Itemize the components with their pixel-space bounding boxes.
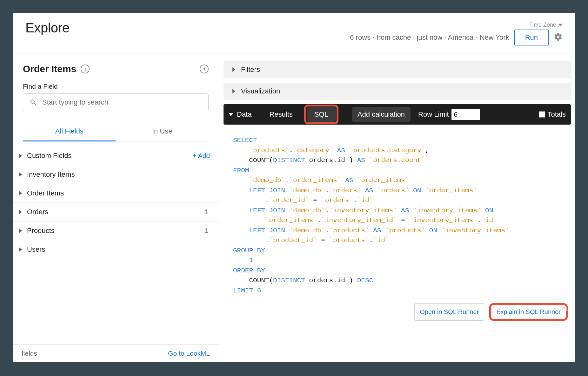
group-inventory-items[interactable]: Inventory Items xyxy=(13,165,219,184)
timezone-label: Time Zone xyxy=(529,22,556,28)
page-title: Explore xyxy=(25,20,70,36)
sidebar: Order Items i Find a Field All Fields In… xyxy=(13,53,219,362)
ml-watermark: ML xyxy=(562,305,569,313)
timezone-selector[interactable]: Time Zone xyxy=(529,22,563,28)
totals-label: Totals xyxy=(548,110,566,119)
query-status: 6 rows · from cache · just now · America… xyxy=(350,33,509,42)
group-users[interactable]: Users xyxy=(13,240,219,259)
chevron-right-icon xyxy=(19,229,22,233)
tab-in-use[interactable]: In Use xyxy=(116,121,209,141)
explore-header: Order Items i xyxy=(23,64,209,74)
sidebar-top: Order Items i Find a Field All Fields In… xyxy=(13,53,219,147)
chevron-right-icon xyxy=(19,154,22,158)
group-label: Users xyxy=(27,245,210,254)
group-label: Custom Fields xyxy=(27,152,188,160)
main: Order Items i Find a Field All Fields In… xyxy=(13,53,575,362)
header-right: Time Zone 6 rows · from cache · just now… xyxy=(350,20,563,45)
totals-toggle[interactable]: Totals xyxy=(539,110,566,119)
info-icon[interactable]: i xyxy=(81,65,90,73)
row-limit: Row Limit xyxy=(418,109,480,120)
results-tab[interactable]: Results xyxy=(262,107,300,122)
chevron-right-icon xyxy=(232,67,235,72)
sql-code[interactable]: SELECT `products`.`category` AS `product… xyxy=(233,135,568,296)
explain-sql-runner-button[interactable]: Explain in SQL Runner xyxy=(489,303,568,321)
field-group-list: Custom Fields + Add Inventory Items Orde… xyxy=(13,147,219,344)
gear-icon[interactable] xyxy=(554,32,563,43)
group-products[interactable]: Products 1 xyxy=(13,222,219,240)
sql-tab[interactable]: SQL xyxy=(307,107,336,122)
visualization-label: Visualization xyxy=(241,87,280,95)
open-sql-runner-button[interactable]: Open in SQL Runner xyxy=(414,303,484,321)
group-order-items[interactable]: Order Items xyxy=(13,184,219,203)
header-actions: 6 rows · from cache · just now · America… xyxy=(350,30,563,45)
chevron-down-icon[interactable] xyxy=(229,113,233,116)
group-custom-fields[interactable]: Custom Fields + Add xyxy=(13,147,219,165)
search-input-wrap[interactable] xyxy=(23,93,209,111)
data-bar: Data Results SQL Add calculation Row Lim… xyxy=(224,104,571,125)
group-label: Inventory Items xyxy=(27,170,210,179)
header: Explore Time Zone 6 rows · from cache · … xyxy=(13,13,575,53)
totals-checkbox[interactable] xyxy=(539,111,545,118)
visualization-panel[interactable]: Visualization xyxy=(224,83,571,100)
group-label: Products xyxy=(27,227,200,235)
run-button[interactable]: Run xyxy=(514,30,549,45)
content: Filters Visualization Data Results SQL A… xyxy=(219,53,575,362)
group-label: Order Items xyxy=(27,189,210,197)
data-label: Data xyxy=(237,110,251,119)
explore-name-text: Order Items xyxy=(23,64,76,74)
go-to-lookml-link[interactable]: Go to LookML xyxy=(168,350,210,357)
group-count: 1 xyxy=(205,227,210,235)
chevron-right-icon xyxy=(19,191,22,195)
sql-actions: Open in SQL Runner Explain in SQL Runner xyxy=(219,300,575,321)
field-tabs: All Fields In Use xyxy=(23,121,209,141)
chevron-right-icon xyxy=(19,172,22,177)
tab-all-fields[interactable]: All Fields xyxy=(23,121,116,141)
app-window: Explore Time Zone 6 rows · from cache · … xyxy=(13,13,575,362)
chevron-right-icon xyxy=(19,247,22,252)
search-icon xyxy=(30,99,37,106)
chevron-right-icon xyxy=(232,89,235,93)
row-limit-input[interactable] xyxy=(451,109,480,120)
group-label: Orders xyxy=(27,208,200,216)
footer-left: fields xyxy=(22,350,37,357)
collapse-sidebar-icon[interactable] xyxy=(200,65,209,73)
chevron-right-icon xyxy=(19,210,22,214)
filters-panel[interactable]: Filters xyxy=(224,61,571,78)
sidebar-footer: fields Go to LookML xyxy=(13,344,219,362)
find-field-label: Find a Field xyxy=(23,83,209,90)
group-count: 1 xyxy=(205,208,210,216)
explore-name: Order Items i xyxy=(23,64,90,74)
filters-label: Filters xyxy=(241,65,260,74)
search-input[interactable] xyxy=(42,98,202,106)
sql-tab-highlight: SQL xyxy=(304,105,338,124)
group-orders[interactable]: Orders 1 xyxy=(13,203,219,222)
add-calculation-button[interactable]: Add calculation xyxy=(352,107,411,122)
add-custom-field-link[interactable]: + Add xyxy=(193,152,210,160)
chevron-down-icon xyxy=(558,23,563,27)
row-limit-label: Row Limit xyxy=(418,110,449,119)
